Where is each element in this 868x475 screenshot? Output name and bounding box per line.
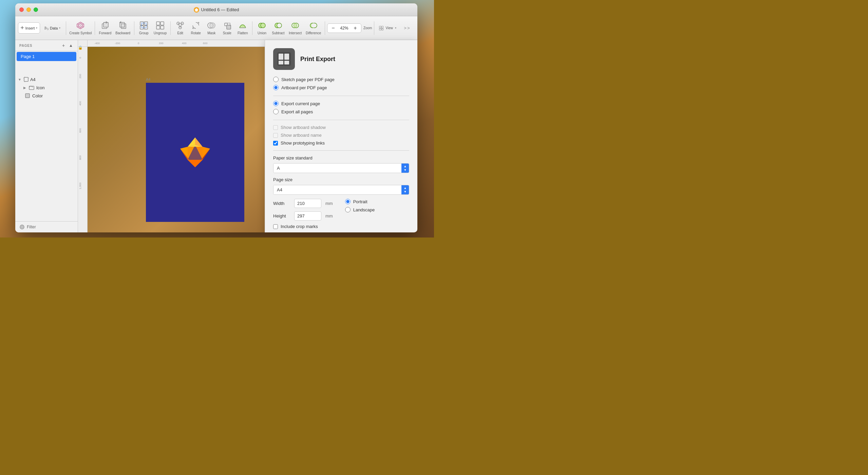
sketch-titlebar-icon — [193, 7, 199, 13]
ruler-v-label-4: 600 — [79, 128, 82, 133]
portrait-radio[interactable] — [345, 199, 351, 204]
edit-label: Edit — [177, 31, 183, 35]
zoom-out-button[interactable]: − — [330, 25, 336, 31]
intersect-label: Intersect — [289, 31, 302, 35]
collapse-sidebar-button[interactable]: ▲ — [68, 43, 74, 48]
landscape-radio[interactable] — [345, 207, 351, 212]
backward-icon — [118, 21, 127, 30]
rectangle-layer-icon — [25, 93, 30, 98]
include-crop-marks-label: Include crop marks — [281, 224, 318, 229]
svg-rect-4 — [44, 28, 46, 29]
flatten-toolbar-group[interactable]: Flatten — [235, 19, 250, 37]
insert-toolbar-group[interactable]: + Insert ▾ — [18, 22, 40, 34]
height-row: Height mm — [273, 211, 333, 221]
ungroup-toolbar-group[interactable]: Ungroup — [152, 19, 169, 37]
artboard-per-pdf-option[interactable]: Artboard per PDF page — [273, 85, 409, 90]
edit-icon — [176, 21, 185, 30]
data-icon — [44, 24, 49, 32]
icon-layer-item[interactable]: ▶ Icon — [15, 83, 78, 92]
artboard-chevron-icon: ▼ — [18, 78, 21, 81]
width-input[interactable] — [294, 199, 321, 208]
show-artboard-shadow-checkbox[interactable] — [273, 125, 278, 130]
page-size-arrows[interactable]: ▲ ▼ — [401, 185, 409, 194]
paper-size-standard-arrows[interactable]: ▲ ▼ — [401, 164, 409, 173]
minimize-button[interactable] — [26, 7, 31, 12]
show-prototyping-links-checkbox[interactable] — [273, 141, 278, 146]
filter-section[interactable]: Filter — [15, 221, 78, 232]
view-toolbar-group[interactable]: View ▾ — [376, 22, 399, 34]
rotate-label: Rotate — [191, 31, 201, 35]
artboard[interactable] — [146, 83, 244, 222]
svg-marker-66 — [188, 160, 203, 167]
main-content-area: PAGES + ▲ Page 1 ▼ A4 — [15, 40, 417, 232]
show-artboard-shadow-item[interactable]: Show artboard shadow — [273, 125, 409, 130]
include-crop-marks-checkbox[interactable] — [273, 224, 278, 229]
page-size-arrow-up-icon: ▲ — [404, 187, 407, 190]
export-all-option[interactable]: Export all pages — [273, 109, 409, 114]
zoom-in-button[interactable]: + — [352, 25, 358, 31]
create-symbol-toolbar-group[interactable]: Create Symbol — [68, 19, 93, 37]
show-prototyping-links-item[interactable]: Show prototyping links — [273, 140, 409, 146]
page-size-arrow-down-icon: ▼ — [404, 190, 407, 193]
more-toolbar-button[interactable]: >> — [400, 24, 415, 32]
sketch-per-pdf-radio[interactable] — [273, 77, 279, 82]
sketch-per-pdf-option[interactable]: Sketch page per PDF page — [273, 77, 409, 82]
scale-toolbar-group[interactable]: Scale — [220, 19, 234, 37]
sidebar: PAGES + ▲ Page 1 ▼ A4 — [15, 40, 78, 232]
titlebar: Untitled 6 — Edited — [15, 3, 417, 16]
backward-toolbar-group[interactable]: Backward — [114, 19, 132, 37]
dialog-divider-3 — [273, 150, 409, 151]
artboard-per-pdf-radio[interactable] — [273, 85, 279, 90]
orientation-section: Portrait Landscape — [345, 199, 375, 224]
ruler-h-label-6: 600 — [203, 42, 207, 45]
landscape-option[interactable]: Landscape — [345, 207, 375, 212]
color-layer-item[interactable]: Color — [15, 92, 78, 100]
edit-toolbar-group[interactable]: Edit — [173, 19, 188, 37]
export-current-radio[interactable] — [273, 101, 279, 106]
svg-rect-46 — [379, 26, 381, 28]
portrait-option[interactable]: Portrait — [345, 199, 375, 204]
group-icon — [139, 21, 148, 30]
rotate-toolbar-group[interactable]: Rotate — [188, 19, 203, 37]
export-all-radio[interactable] — [273, 109, 279, 114]
difference-toolbar-group[interactable]: Difference — [304, 19, 323, 37]
export-current-option[interactable]: Export current page — [273, 101, 409, 106]
close-button[interactable] — [19, 7, 24, 12]
artboard-layer-item[interactable]: ▼ A4 — [15, 75, 78, 83]
page-1-item[interactable]: Page 1 — [17, 52, 76, 61]
include-crop-marks-row[interactable]: Include crop marks — [273, 224, 409, 229]
union-toolbar-group[interactable]: Union — [254, 19, 269, 37]
paper-size-standard-select-wrapper[interactable]: A ▲ ▼ — [273, 163, 409, 173]
more-icon: >> — [404, 25, 410, 31]
forward-icon — [101, 21, 110, 30]
page-size-section: Page size A4 ▲ ▼ — [273, 177, 409, 195]
create-symbol-icon — [76, 21, 85, 30]
page-size-select-wrapper[interactable]: A4 ▲ ▼ — [273, 185, 409, 195]
svg-rect-2 — [44, 26, 46, 27]
export-current-label: Export current page — [281, 101, 320, 106]
pages-title: PAGES — [19, 44, 32, 48]
svg-rect-74 — [284, 61, 289, 64]
paper-size-standard-row: A ▲ ▼ — [273, 163, 409, 173]
group-toolbar-group[interactable]: Group — [136, 19, 151, 37]
ruler-h-label-1: -400 — [94, 42, 100, 45]
svg-point-57 — [20, 225, 24, 229]
show-artboard-name-item[interactable]: Show artboard name — [273, 133, 409, 138]
add-page-button[interactable]: + — [61, 43, 66, 48]
view-chevron-icon: ▾ — [395, 26, 396, 30]
mask-toolbar-group[interactable]: Mask — [204, 19, 219, 37]
intersect-toolbar-group[interactable]: Intersect — [287, 19, 304, 37]
artboard-canvas-label: A4 — [146, 77, 244, 81]
width-row: Width mm — [273, 199, 333, 208]
height-input[interactable] — [294, 211, 321, 221]
height-label: Height — [273, 213, 290, 218]
data-toolbar-group[interactable]: Data ▾ — [41, 23, 64, 34]
forward-toolbar-group[interactable]: Forward — [97, 19, 113, 37]
show-artboard-name-checkbox[interactable] — [273, 133, 278, 138]
svg-point-32 — [210, 23, 215, 28]
maximize-button[interactable] — [34, 7, 38, 12]
subtract-toolbar-group[interactable]: Subtract — [270, 19, 286, 37]
sketch-per-pdf-label: Sketch page per PDF page — [281, 77, 335, 82]
backward-label: Backward — [115, 31, 130, 35]
paper-size-standard-section: Paper size standard A ▲ ▼ — [273, 155, 409, 173]
